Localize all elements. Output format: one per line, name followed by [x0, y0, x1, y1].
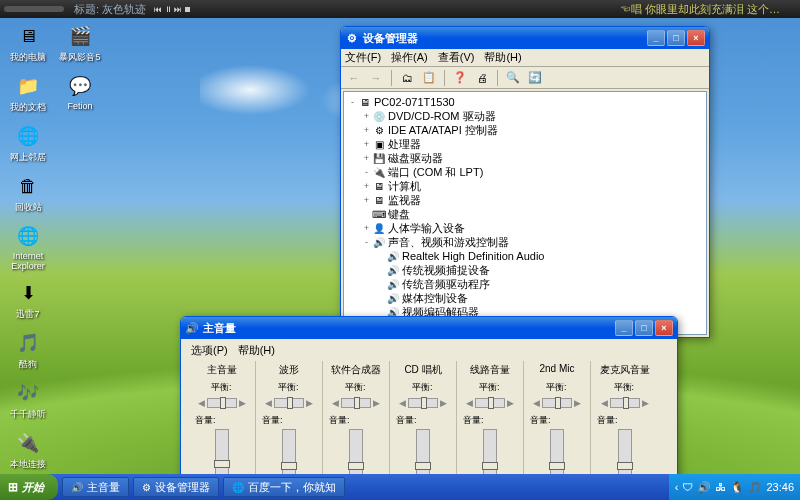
icon-label: 网上邻居 — [10, 151, 46, 164]
tray-qq-icon[interactable]: 🐧 — [730, 481, 744, 494]
tree-node[interactable]: +🖥监视器 — [347, 193, 703, 207]
refresh-icon[interactable]: 🔄 — [526, 69, 544, 87]
tree-node[interactable]: +🖥计算机 — [347, 179, 703, 193]
channel-name: 波形 — [279, 363, 299, 377]
volume-label: 音量: — [262, 414, 283, 427]
tree-node[interactable]: -🔊声音、视频和游戏控制器 — [347, 235, 703, 249]
tray-network-icon[interactable]: 🖧 — [715, 481, 726, 493]
tree-node[interactable]: +💿DVD/CD-ROM 驱动器 — [347, 109, 703, 123]
taskbar-button[interactable]: 🔊主音量 — [62, 477, 129, 497]
balance-slider[interactable] — [542, 398, 572, 408]
desktop-icon[interactable]: 💬Fetion — [56, 72, 104, 111]
close-button[interactable]: × — [655, 320, 673, 336]
device-icon: 🔊 — [386, 265, 400, 276]
tree-view-icon[interactable]: 🗂 — [398, 69, 416, 87]
tree-node[interactable]: -🔌端口 (COM 和 LPT) — [347, 165, 703, 179]
expand-icon[interactable]: + — [361, 195, 372, 205]
maximize-button[interactable]: □ — [667, 30, 685, 46]
tree-node[interactable]: +👤人体学输入设备 — [347, 221, 703, 235]
mixer-title: 主音量 — [203, 321, 236, 336]
tray-volume-icon[interactable]: 🔊 — [697, 481, 711, 494]
menu-item[interactable]: 操作(A) — [391, 50, 428, 65]
desktop-icon[interactable]: 🔌本地连接 — [4, 429, 52, 471]
tree-node-label: 端口 (COM 和 LPT) — [388, 165, 483, 180]
icon-label: 迅雷7 — [16, 308, 39, 321]
tree-node[interactable]: +⚙IDE ATA/ATAPI 控制器 — [347, 123, 703, 137]
balance-label: 平衡: — [546, 381, 568, 394]
balance-slider[interactable] — [207, 398, 237, 408]
desktop-icon[interactable]: 🎶千千静听 — [4, 379, 52, 421]
close-button[interactable]: × — [687, 30, 705, 46]
maximize-button[interactable]: □ — [635, 320, 653, 336]
menu-item[interactable]: 查看(V) — [438, 50, 475, 65]
balance-slider[interactable] — [341, 398, 371, 408]
balance-slider[interactable] — [475, 398, 505, 408]
devmgr-titlebar[interactable]: ⚙ 设备管理器 _ □ × — [341, 27, 709, 49]
help-icon[interactable]: ❓ — [451, 69, 469, 87]
back-icon[interactable]: ← — [345, 69, 363, 87]
mixer-titlebar[interactable]: 🔊 主音量 _ □ × — [181, 317, 677, 339]
tree-node[interactable]: +▣处理器 — [347, 137, 703, 151]
devmgr-title: 设备管理器 — [363, 31, 418, 46]
prev-icon[interactable]: ⏮ — [154, 5, 162, 14]
tray-clock[interactable]: 23:46 — [766, 481, 794, 493]
scan-icon[interactable]: 🔍 — [504, 69, 522, 87]
balance-slider[interactable] — [274, 398, 304, 408]
tray-music-icon[interactable]: 🎵 — [748, 481, 762, 494]
channel-name: 麦克风音量 — [600, 363, 650, 377]
channel-name: CD 唱机 — [404, 363, 441, 377]
tree-node[interactable]: 🔊传统音频驱动程序 — [347, 277, 703, 291]
expand-icon[interactable]: + — [361, 153, 372, 163]
balance-slider[interactable] — [610, 398, 640, 408]
taskbar-button[interactable]: ⚙设备管理器 — [133, 477, 219, 497]
stop-icon[interactable]: ⏹ — [184, 5, 192, 14]
taskbar-button[interactable]: 🌐百度一下，你就知 — [223, 477, 345, 497]
media-progress-slider[interactable] — [4, 6, 64, 12]
desktop-icon[interactable]: ⬇迅雷7 — [4, 279, 52, 321]
tray-expand-icon[interactable]: ‹ — [675, 481, 679, 493]
device-icon: ▣ — [372, 139, 386, 150]
tree-root-label[interactable]: PC02-071T1530 — [374, 96, 455, 108]
devmgr-menubar: 文件(F)操作(A)查看(V)帮助(H) — [341, 49, 709, 67]
expand-icon[interactable]: - — [361, 237, 372, 247]
device-icon: 🔌 — [372, 167, 386, 178]
menu-item[interactable]: 文件(F) — [345, 50, 381, 65]
device-tree[interactable]: -🖥PC02-071T1530+💿DVD/CD-ROM 驱动器+⚙IDE ATA… — [343, 91, 707, 335]
menu-item[interactable]: 选项(P) — [191, 343, 228, 359]
minimize-button[interactable]: _ — [647, 30, 665, 46]
desktop-icon[interactable]: 🎵酷狗 — [4, 329, 52, 371]
expand-icon[interactable]: + — [361, 223, 372, 233]
tree-node[interactable]: 🔊媒体控制设备 — [347, 291, 703, 305]
tree-node[interactable]: ⌨键盘 — [347, 207, 703, 221]
desktop-icon[interactable]: 📁我的文档 — [4, 72, 52, 114]
separator — [497, 70, 498, 86]
tree-node[interactable]: 🔊传统视频捕捉设备 — [347, 263, 703, 277]
expand-icon[interactable]: + — [361, 125, 372, 135]
speaker-left-icon: ◀ — [601, 398, 608, 408]
expand-icon[interactable]: + — [361, 181, 372, 191]
minimize-button[interactable]: _ — [615, 320, 633, 336]
tray-shield-icon[interactable]: 🛡 — [682, 481, 693, 493]
balance-slider[interactable] — [408, 398, 438, 408]
tree-node[interactable]: 🔊Realtek High Definition Audio — [347, 249, 703, 263]
app-icon: 💬 — [66, 72, 94, 100]
desktop-icon[interactable]: 🗑回收站 — [4, 172, 52, 214]
tree-node[interactable]: +💾磁盘驱动器 — [347, 151, 703, 165]
device-manager-window: ⚙ 设备管理器 _ □ × 文件(F)操作(A)查看(V)帮助(H) ← → 🗂… — [340, 26, 710, 338]
menu-item[interactable]: 帮助(H) — [484, 50, 521, 65]
properties-icon[interactable]: 📋 — [420, 69, 438, 87]
menu-item[interactable]: 帮助(H) — [238, 343, 275, 359]
next-icon[interactable]: ⏭ — [174, 5, 182, 14]
desktop-icon[interactable]: 🖥我的电脑 — [4, 22, 52, 64]
pause-icon[interactable]: ⏸ — [164, 5, 172, 14]
expand-icon[interactable]: - — [347, 97, 358, 107]
expand-icon[interactable]: + — [361, 139, 372, 149]
desktop-icon[interactable]: 🎬暴风影音5 — [56, 22, 104, 64]
print-icon[interactable]: 🖨 — [473, 69, 491, 87]
start-button[interactable]: 开始 — [0, 474, 58, 500]
desktop-icon[interactable]: 🌐Internet Explorer — [4, 222, 52, 271]
expand-icon[interactable]: + — [361, 111, 372, 121]
desktop-icon[interactable]: 🌐网上邻居 — [4, 122, 52, 164]
forward-icon[interactable]: → — [367, 69, 385, 87]
expand-icon[interactable]: - — [361, 167, 372, 177]
